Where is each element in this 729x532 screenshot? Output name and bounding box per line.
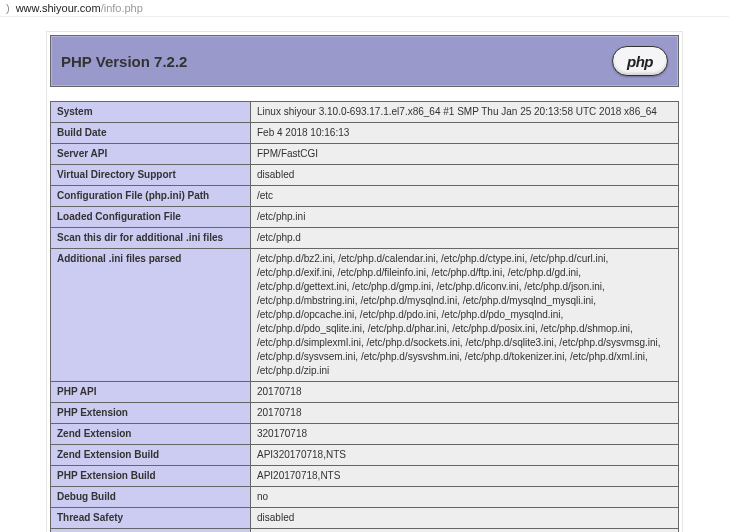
- row-label: Scan this dir for additional .ini files: [51, 228, 251, 249]
- addressbar-chevron-icon: ): [6, 2, 10, 14]
- row-value: 320170718: [251, 424, 679, 445]
- page-title: PHP Version 7.2.2: [61, 53, 187, 70]
- table-row: Build DateFeb 4 2018 10:16:13: [51, 123, 679, 144]
- row-label: Thread Safety: [51, 508, 251, 529]
- php-logo-text: php: [627, 53, 653, 70]
- table-row: Loaded Configuration File/etc/php.ini: [51, 207, 679, 228]
- row-value: /etc/php.ini: [251, 207, 679, 228]
- row-label: PHP API: [51, 382, 251, 403]
- row-label: System: [51, 102, 251, 123]
- row-value: /etc/php.d: [251, 228, 679, 249]
- table-row: PHP Extension20170718: [51, 403, 679, 424]
- table-row: Thread Safetydisabled: [51, 508, 679, 529]
- php-logo-icon: php: [612, 46, 668, 76]
- phpinfo-page: PHP Version 7.2.2 php SystemLinux shiyou…: [46, 31, 683, 532]
- row-label: Build Date: [51, 123, 251, 144]
- table-row: Server APIFPM/FastCGI: [51, 144, 679, 165]
- row-value: 20170718: [251, 382, 679, 403]
- row-label: PHP Extension: [51, 403, 251, 424]
- row-label: Zend Signal Handling: [51, 529, 251, 533]
- table-row: Debug Buildno: [51, 487, 679, 508]
- row-value: enabled: [251, 529, 679, 533]
- row-value: Feb 4 2018 10:16:13: [251, 123, 679, 144]
- row-label: Loaded Configuration File: [51, 207, 251, 228]
- table-row: Zend Extension320170718: [51, 424, 679, 445]
- table-row: PHP Extension BuildAPI20170718,NTS: [51, 466, 679, 487]
- phpinfo-table: SystemLinux shiyour 3.10.0-693.17.1.el7.…: [50, 101, 679, 532]
- row-value: no: [251, 487, 679, 508]
- addressbar-host: www.shiyour.com: [16, 2, 101, 14]
- row-value: /etc/php.d/bz2.ini, /etc/php.d/calendar.…: [251, 249, 679, 382]
- row-value: Linux shiyour 3.10.0-693.17.1.el7.x86_64…: [251, 102, 679, 123]
- table-row: Configuration File (php.ini) Path/etc: [51, 186, 679, 207]
- addressbar-path: /info.php: [101, 2, 143, 14]
- row-value: /etc: [251, 186, 679, 207]
- table-row: Scan this dir for additional .ini files/…: [51, 228, 679, 249]
- row-label: Configuration File (php.ini) Path: [51, 186, 251, 207]
- table-row: Virtual Directory Supportdisabled: [51, 165, 679, 186]
- row-value: API320170718,NTS: [251, 445, 679, 466]
- row-value: FPM/FastCGI: [251, 144, 679, 165]
- table-row: PHP API20170718: [51, 382, 679, 403]
- table-row: Additional .ini files parsed/etc/php.d/b…: [51, 249, 679, 382]
- row-label: Zend Extension Build: [51, 445, 251, 466]
- row-label: Zend Extension: [51, 424, 251, 445]
- table-row: Zend Extension BuildAPI320170718,NTS: [51, 445, 679, 466]
- phpinfo-header: PHP Version 7.2.2 php: [50, 35, 679, 87]
- row-value: disabled: [251, 165, 679, 186]
- row-value: disabled: [251, 508, 679, 529]
- addressbar[interactable]: ) www.shiyour.com/info.php: [0, 0, 729, 17]
- row-value: API20170718,NTS: [251, 466, 679, 487]
- row-label: PHP Extension Build: [51, 466, 251, 487]
- row-label: Additional .ini files parsed: [51, 249, 251, 382]
- row-value: 20170718: [251, 403, 679, 424]
- row-label: Virtual Directory Support: [51, 165, 251, 186]
- table-row: Zend Signal Handlingenabled: [51, 529, 679, 533]
- row-label: Debug Build: [51, 487, 251, 508]
- row-label: Server API: [51, 144, 251, 165]
- table-row: SystemLinux shiyour 3.10.0-693.17.1.el7.…: [51, 102, 679, 123]
